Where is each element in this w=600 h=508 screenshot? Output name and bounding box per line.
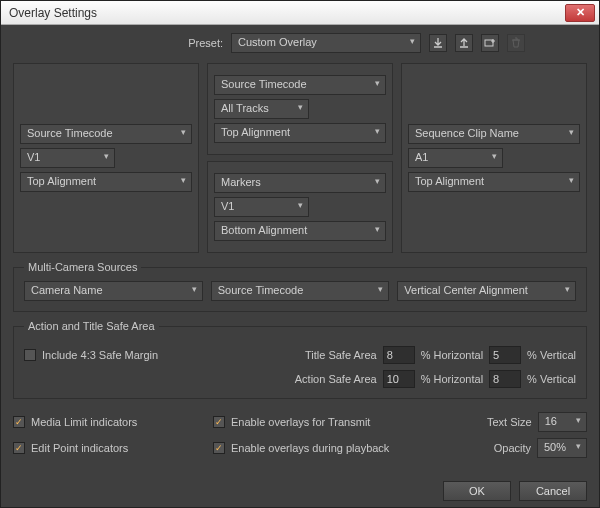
multicam-legend: Multi-Camera Sources <box>24 261 141 273</box>
textsize-label: Text Size <box>487 416 532 428</box>
multicam-fieldset: Multi-Camera Sources Camera Name Source … <box>13 261 587 312</box>
transmit-label: Enable overlays for Transmit <box>231 416 370 428</box>
delete-preset-icon <box>507 34 525 52</box>
bottom-cell: Markers V1 Bottom Alignment <box>207 161 393 253</box>
bottom-align-dropdown[interactable]: Bottom Alignment <box>214 221 386 241</box>
pct-v-2: % Vertical <box>527 373 576 385</box>
action-safe-label: Action Safe Area <box>295 373 377 385</box>
left-cell: Source Timecode V1 Top Alignment <box>13 63 199 253</box>
mc-b-dropdown[interactable]: Source Timecode <box>211 281 390 301</box>
titlebar: Overlay Settings ✕ <box>1 1 599 25</box>
safearea-fieldset: Action and Title Safe Area Include 4:3 S… <box>13 320 587 399</box>
overlay-settings-window: Overlay Settings ✕ Preset: Custom Overla… <box>0 0 600 508</box>
action-h-input[interactable] <box>383 370 415 388</box>
opacity-dropdown[interactable]: 50% <box>537 438 587 458</box>
pct-v-1: % Vertical <box>527 349 576 361</box>
transmit-checkbox[interactable] <box>213 416 225 428</box>
preset-row: Preset: Custom Overlay <box>13 33 587 53</box>
window-title: Overlay Settings <box>1 6 565 20</box>
close-button[interactable]: ✕ <box>565 4 595 22</box>
top-cell: Source Timecode All Tracks Top Alignment <box>207 63 393 155</box>
playback-checkbox[interactable] <box>213 442 225 454</box>
right-track-dropdown[interactable]: A1 <box>408 148 503 168</box>
left-line1-dropdown[interactable]: Source Timecode <box>20 124 192 144</box>
textsize-dropdown[interactable]: 16 <box>538 412 587 432</box>
playback-label: Enable overlays during playback <box>231 442 389 454</box>
new-preset-icon[interactable] <box>481 34 499 52</box>
title-h-input[interactable] <box>383 346 415 364</box>
preset-label: Preset: <box>173 37 223 49</box>
title-safe-label: Title Safe Area <box>305 349 377 361</box>
export-preset-icon[interactable] <box>455 34 473 52</box>
editpoint-checkbox[interactable] <box>13 442 25 454</box>
right-cell: Sequence Clip Name A1 Top Alignment <box>401 63 587 253</box>
right-line1-dropdown[interactable]: Sequence Clip Name <box>408 124 580 144</box>
bottom-track-dropdown[interactable]: V1 <box>214 197 309 217</box>
top-track-dropdown[interactable]: All Tracks <box>214 99 309 119</box>
media-limit-label: Media Limit indicators <box>31 416 137 428</box>
action-v-input[interactable] <box>489 370 521 388</box>
ok-button[interactable]: OK <box>443 481 511 501</box>
pct-h-2: % Horizontal <box>421 373 483 385</box>
include-43-label: Include 4:3 Safe Margin <box>42 349 158 361</box>
pct-h-1: % Horizontal <box>421 349 483 361</box>
editpoint-label: Edit Point indicators <box>31 442 128 454</box>
mc-c-dropdown[interactable]: Vertical Center Alignment <box>397 281 576 301</box>
left-align-dropdown[interactable]: Top Alignment <box>20 172 192 192</box>
content: Preset: Custom Overlay Source Timecode V… <box>1 25 599 507</box>
opacity-label: Opacity <box>494 442 531 454</box>
cancel-button[interactable]: Cancel <box>519 481 587 501</box>
import-preset-icon[interactable] <box>429 34 447 52</box>
title-v-input[interactable] <box>489 346 521 364</box>
layout-grid: Source Timecode V1 Top Alignment Source … <box>13 63 587 253</box>
bottom-line1-dropdown[interactable]: Markers <box>214 173 386 193</box>
options-row: Media Limit indicators Enable overlays f… <box>13 405 587 461</box>
left-track-dropdown[interactable]: V1 <box>20 148 115 168</box>
top-align-dropdown[interactable]: Top Alignment <box>214 123 386 143</box>
dialog-buttons: OK Cancel <box>13 475 587 501</box>
safearea-legend: Action and Title Safe Area <box>24 320 159 332</box>
include-43-checkbox[interactable] <box>24 349 36 361</box>
preset-dropdown[interactable]: Custom Overlay <box>231 33 421 53</box>
right-align-dropdown[interactable]: Top Alignment <box>408 172 580 192</box>
top-line1-dropdown[interactable]: Source Timecode <box>214 75 386 95</box>
mc-a-dropdown[interactable]: Camera Name <box>24 281 203 301</box>
media-limit-checkbox[interactable] <box>13 416 25 428</box>
